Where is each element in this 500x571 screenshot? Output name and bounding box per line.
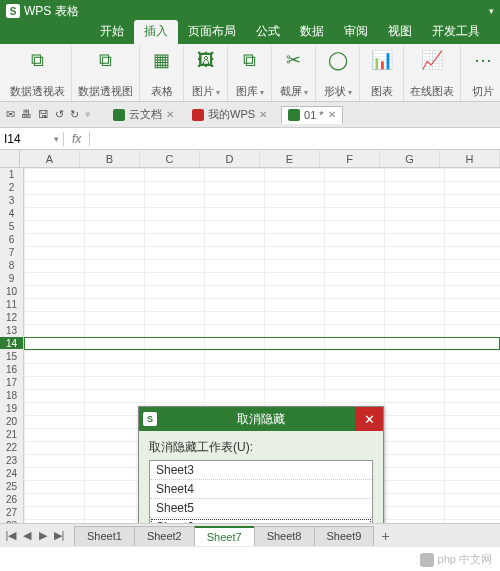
name-box[interactable]: I14 ▾ <box>0 132 64 146</box>
sheet-nav: |◀◀▶▶| <box>4 529 66 542</box>
截屏-icon: ✂ <box>282 48 306 72</box>
add-sheet-button[interactable]: + <box>373 525 397 547</box>
row-header-10[interactable]: 10 <box>0 285 24 298</box>
sheet-tab-Sheet2[interactable]: Sheet2 <box>134 526 195 546</box>
sheet-nav-button[interactable]: ▶ <box>36 529 50 542</box>
menu-tab-页面布局[interactable]: 页面布局 <box>178 20 246 44</box>
col-header-B[interactable]: B <box>80 150 140 167</box>
list-item[interactable]: Sheet3 <box>150 461 372 480</box>
ribbon-图库[interactable]: ⧉图库▾ <box>228 46 272 101</box>
sheet-tab-Sheet9[interactable]: Sheet9 <box>314 526 375 546</box>
ribbon-数据透视图[interactable]: ⧉数据透视图 <box>72 46 140 101</box>
ribbon-在线图表[interactable]: 📈在线图表 <box>404 46 461 101</box>
list-item[interactable]: Sheet5 <box>150 499 372 518</box>
row-header-3[interactable]: 3 <box>0 194 24 207</box>
切片-icon: ⋯ <box>471 48 495 72</box>
name-box-value: I14 <box>4 132 21 146</box>
sheet-nav-button[interactable]: |◀ <box>4 529 18 542</box>
menu-tab-审阅[interactable]: 审阅 <box>334 20 378 44</box>
col-header-A[interactable]: A <box>20 150 80 167</box>
column-headers: ABCDEFGH <box>0 150 500 168</box>
app-title: WPS 表格 <box>24 3 485 20</box>
sheet-tab-bar: |◀◀▶▶| Sheet1Sheet2Sheet7Sheet8Sheet9 + <box>0 523 500 547</box>
selected-row-highlight <box>24 337 500 350</box>
name-box-dropdown-icon[interactable]: ▾ <box>54 134 59 144</box>
row-header-21[interactable]: 21 <box>0 428 24 441</box>
menu-tab-开始[interactable]: 开始 <box>90 20 134 44</box>
fx-icon[interactable]: fx <box>64 132 90 146</box>
row-header-11[interactable]: 11 <box>0 298 24 311</box>
col-header-G[interactable]: G <box>380 150 440 167</box>
watermark-text: php 中文网 <box>438 552 492 567</box>
sheet-tab-Sheet1[interactable]: Sheet1 <box>74 526 135 546</box>
ribbon-截屏[interactable]: ✂截屏▾ <box>272 46 316 101</box>
row-header-26[interactable]: 26 <box>0 493 24 506</box>
qa-icon[interactable]: ↻ <box>70 108 79 121</box>
形状-icon: ◯ <box>326 48 350 72</box>
row-header-7[interactable]: 7 <box>0 246 24 259</box>
row-header-25[interactable]: 25 <box>0 480 24 493</box>
row-header-2[interactable]: 2 <box>0 181 24 194</box>
close-icon[interactable]: ✕ <box>166 109 174 120</box>
row-header-17[interactable]: 17 <box>0 376 24 389</box>
row-header-9[interactable]: 9 <box>0 272 24 285</box>
spreadsheet-grid[interactable]: ABCDEFGH 1234567891011121314151617181920… <box>0 150 500 544</box>
ribbon-数据透视表[interactable]: ⧉数据透视表 <box>4 46 72 101</box>
dialog-close-button[interactable]: ✕ <box>355 407 383 431</box>
row-header-1[interactable]: 1 <box>0 168 24 181</box>
col-header-C[interactable]: C <box>140 150 200 167</box>
qa-icon[interactable]: ↺ <box>55 108 64 121</box>
row-header-4[interactable]: 4 <box>0 207 24 220</box>
select-all-corner[interactable] <box>0 150 20 167</box>
menu-tab-视图[interactable]: 视图 <box>378 20 422 44</box>
quick-access: ✉🖶🖫↺↻ <box>6 108 79 121</box>
dialog-title: 取消隐藏 <box>237 411 285 428</box>
数据透视表-icon: ⧉ <box>26 48 50 72</box>
close-icon[interactable]: ✕ <box>328 109 336 120</box>
qa-icon[interactable]: 🖫 <box>38 108 49 121</box>
list-item[interactable]: Sheet4 <box>150 480 372 499</box>
row-header-27[interactable]: 27 <box>0 506 24 519</box>
sheet-tab-Sheet8[interactable]: Sheet8 <box>254 526 315 546</box>
col-header-H[interactable]: H <box>440 150 500 167</box>
doc-icon <box>113 109 125 121</box>
col-header-D[interactable]: D <box>200 150 260 167</box>
qa-icon[interactable]: 🖶 <box>21 108 32 121</box>
row-header-12[interactable]: 12 <box>0 311 24 324</box>
row-header-13[interactable]: 13 <box>0 324 24 337</box>
menu-tab-公式[interactable]: 公式 <box>246 20 290 44</box>
sheet-nav-button[interactable]: ▶| <box>52 529 66 542</box>
ribbon-label: 数据透视图 <box>78 84 133 99</box>
doc-tab-云文档[interactable]: 云文档✕ <box>109 107 178 122</box>
menu-tab-开发工具[interactable]: 开发工具 <box>422 20 490 44</box>
row-header-16[interactable]: 16 <box>0 363 24 376</box>
title-dropdown-icon[interactable]: ▾ <box>489 6 494 16</box>
sheet-nav-button[interactable]: ◀ <box>20 529 34 542</box>
menu-tab-数据[interactable]: 数据 <box>290 20 334 44</box>
row-header-22[interactable]: 22 <box>0 441 24 454</box>
ribbon-图片[interactable]: 🖼图片▾ <box>184 46 228 101</box>
col-header-F[interactable]: F <box>320 150 380 167</box>
menu-tab-插入[interactable]: 插入 <box>134 20 178 44</box>
row-header-19[interactable]: 19 <box>0 402 24 415</box>
row-header-23[interactable]: 23 <box>0 454 24 467</box>
dialog-titlebar[interactable]: S 取消隐藏 ✕ <box>139 407 383 431</box>
sheet-tab-Sheet7[interactable]: Sheet7 <box>194 526 255 546</box>
row-header-15[interactable]: 15 <box>0 350 24 363</box>
row-header-14[interactable]: 14 <box>0 337 24 350</box>
row-header-24[interactable]: 24 <box>0 467 24 480</box>
ribbon-表格[interactable]: ▦表格 <box>140 46 184 101</box>
ribbon-形状[interactable]: ◯形状▾ <box>316 46 360 101</box>
row-header-18[interactable]: 18 <box>0 389 24 402</box>
qa-icon[interactable]: ✉ <box>6 108 15 121</box>
row-header-5[interactable]: 5 <box>0 220 24 233</box>
close-icon[interactable]: ✕ <box>259 109 267 120</box>
doc-tab-01 *[interactable]: 01 *✕ <box>281 106 343 124</box>
row-header-20[interactable]: 20 <box>0 415 24 428</box>
col-header-E[interactable]: E <box>260 150 320 167</box>
ribbon-切片[interactable]: ⋯切片 <box>461 46 500 101</box>
ribbon-图表[interactable]: 📊图表 <box>360 46 404 101</box>
doc-tab-我的WPS[interactable]: 我的WPS✕ <box>188 107 271 122</box>
row-header-6[interactable]: 6 <box>0 233 24 246</box>
row-header-8[interactable]: 8 <box>0 259 24 272</box>
